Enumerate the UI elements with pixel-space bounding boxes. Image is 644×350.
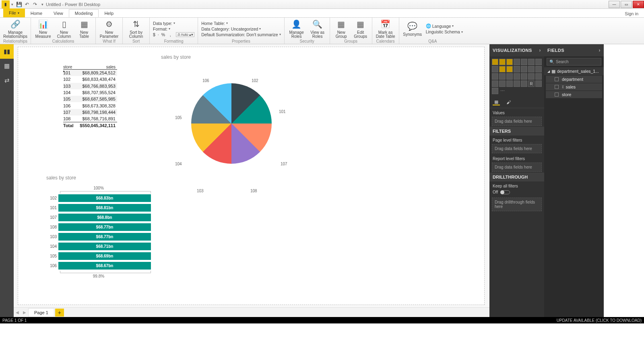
manage-relationships-button[interactable]: 🔗Manage Relationships [5, 19, 25, 39]
fields-search-input[interactable]: 🔍Search [547, 58, 601, 66]
new-table-button[interactable]: ▦New Table [76, 19, 92, 39]
vis-funnel-icon[interactable] [521, 73, 527, 80]
table-visual[interactable]: ▲ storesales 101$68,809,254,512102$68,83… [63, 65, 117, 129]
vis-r-icon[interactable]: R [528, 80, 535, 87]
vis-area-icon[interactable] [492, 66, 498, 72]
vis-clustered-bar-icon[interactable] [506, 59, 513, 65]
report-view-icon[interactable]: ▮▮ [0, 44, 14, 59]
new-column-button[interactable]: ▯New Column [55, 19, 73, 39]
vis-stacked-column-icon[interactable] [499, 59, 506, 65]
page-prev-icon[interactable]: ◀ [14, 310, 21, 315]
maximize-button[interactable]: ▭ [621, 1, 632, 8]
default-summarization-dropdown[interactable]: Default Summarization: Don't summarize ▾ [201, 32, 281, 37]
comma-button[interactable]: , [170, 32, 171, 37]
bar-row: 106$68.67bn [46, 261, 151, 270]
field-sales[interactable]: Σsales [546, 83, 602, 91]
visualizations-header[interactable]: VISUALIZATIONS› [489, 44, 544, 56]
currency-button[interactable]: $ [153, 32, 155, 37]
minimize-button[interactable]: — [609, 1, 620, 8]
vis-more-icon[interactable]: ⋯ [499, 88, 506, 94]
linguistic-schema-dropdown[interactable]: Linguistic Schema ▾ [426, 29, 463, 34]
values-dropzone[interactable]: Drag data fields here [492, 117, 542, 126]
vis-waterfall-icon[interactable] [521, 66, 527, 72]
data-type-dropdown[interactable]: Data type: ▾ [153, 21, 194, 26]
add-page-button[interactable]: + [55, 309, 64, 317]
sort-by-column-button[interactable]: ⇅Sort by Column [126, 19, 146, 39]
vis-scatter-icon[interactable] [528, 66, 535, 72]
percent-button[interactable]: % [161, 32, 165, 37]
fields-tab-icon[interactable]: ▦ [493, 99, 500, 105]
tab-view[interactable]: View [48, 9, 69, 17]
synonyms-button[interactable]: 💬Synonyms [402, 21, 423, 37]
vis-stacked-bar-icon[interactable] [492, 59, 498, 65]
page-tab[interactable]: Page 1 [28, 308, 54, 317]
format-tab-icon[interactable]: 🖌 [505, 99, 512, 105]
bar-chart-visual[interactable]: 100% 102$68.83bn101$68.81bn107$68.8bn108… [46, 186, 151, 278]
app-menu-dd[interactable]: ▾ [11, 2, 13, 6]
update-available-link[interactable]: UPDATE AVAILABLE (CLICK TO DOWNLOAD) [557, 318, 642, 323]
vis-line-icon[interactable] [535, 59, 542, 65]
language-dropdown[interactable]: 🌐 Language ▾ [426, 23, 463, 29]
save-icon[interactable]: 💾 [16, 1, 22, 8]
view-as-roles-button[interactable]: 🔍View as Roles [309, 19, 326, 39]
vis-treemap-icon[interactable] [499, 73, 506, 80]
mark-as-date-button[interactable]: 📅Mark as Date Table [376, 19, 396, 39]
vis-kpi-icon[interactable] [499, 80, 506, 87]
vis-line-column-icon[interactable] [506, 66, 513, 72]
tab-home[interactable]: Home [25, 9, 48, 17]
fields-header[interactable]: FIELDS› [544, 44, 604, 56]
table-row: 101$68,809,254,512 [63, 70, 117, 76]
pie-label: 107 [281, 162, 287, 166]
new-parameter-button[interactable]: ⚙New Parameter [99, 19, 119, 39]
fields-pane: FIELDS› 🔍Search ◢ ▦ department_sales_1..… [544, 44, 604, 317]
tab-file[interactable]: File▾ [3, 8, 25, 17]
new-measure-button[interactable]: 📊New Measure [34, 19, 52, 39]
data-category-dropdown[interactable]: Data Category: Uncategorized ▾ [201, 27, 281, 31]
pie-chart-visual[interactable]: 102 101 107 108 103 104 105 106 [155, 71, 276, 192]
vis-100-bar-icon[interactable] [521, 59, 527, 65]
page-filters-dropzone[interactable]: Drag data fields here [492, 144, 542, 153]
vis-donut-icon[interactable] [492, 73, 498, 80]
field-department[interactable]: department [546, 76, 602, 83]
format-dropdown[interactable]: Format: ▾ [153, 27, 194, 31]
new-group-button[interactable]: ▦New Group [333, 19, 349, 39]
page-next-icon[interactable]: ▶ [21, 310, 28, 315]
ribbon: 🔗Manage Relationships Relationships 📊New… [0, 18, 644, 44]
data-view-icon[interactable]: ▦ [0, 59, 14, 73]
drillthrough-dropzone[interactable]: Drag drillthrough fields here [492, 198, 542, 211]
sign-in-link[interactable]: Sign in [619, 10, 644, 17]
redo-icon[interactable]: ↷ [32, 1, 38, 8]
vis-table-icon[interactable] [514, 80, 520, 87]
qat-dd[interactable]: ▾ [41, 2, 43, 6]
field-store[interactable]: store [546, 91, 602, 98]
table-row: 105$68,687,585,985 [63, 96, 117, 102]
vis-pie-icon[interactable] [535, 66, 542, 72]
vis-card-icon[interactable] [535, 73, 542, 80]
vis-matrix-icon[interactable] [521, 80, 527, 87]
vis-multicard-icon[interactable] [492, 80, 498, 87]
vis-filled-map-icon[interactable] [514, 73, 520, 80]
vis-py-icon[interactable] [535, 80, 542, 87]
vis-100-column-icon[interactable] [528, 59, 535, 65]
edit-groups-button[interactable]: ▦Edit Groups [353, 19, 369, 39]
decimals-spinner[interactable]: .0 Auto ▴▾ [176, 32, 195, 37]
tab-help[interactable]: Help [99, 9, 119, 17]
tab-modeling[interactable]: Modeling [69, 9, 99, 17]
vis-map-icon[interactable] [506, 73, 513, 80]
vis-slicer-icon[interactable] [506, 80, 513, 87]
report-filters-dropzone[interactable]: Drag data fields here [492, 163, 542, 172]
undo-icon[interactable]: ↶ [24, 1, 30, 8]
home-table-dropdown[interactable]: Home Table: ▾ [201, 21, 281, 26]
keep-filters-toggle[interactable]: Off [493, 190, 541, 194]
ribbon-tabs: File▾ Home View Modeling Help Sign in [0, 9, 644, 18]
vis-clustered-column-icon[interactable] [514, 59, 520, 65]
vis-gauge-icon[interactable] [528, 73, 535, 80]
close-button[interactable]: ✕ [633, 1, 644, 8]
fields-table[interactable]: ◢ ▦ department_sales_1... [544, 67, 604, 75]
report-canvas[interactable]: ▲ storesales 101$68,809,254,512102$68,83… [18, 47, 485, 305]
vis-ribbon-icon[interactable] [514, 66, 520, 72]
vis-stacked-area-icon[interactable] [499, 66, 506, 72]
model-view-icon[interactable]: ⇄ [0, 73, 14, 88]
vis-arcgis-icon[interactable] [492, 88, 498, 94]
manage-roles-button[interactable]: 👤Manage Roles [288, 19, 305, 39]
